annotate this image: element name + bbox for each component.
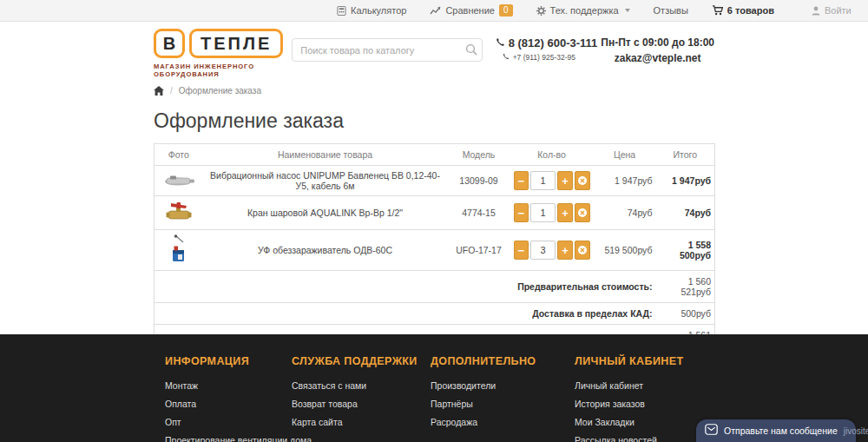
cart-row-pump: Вибрационный насос UNIPUMP Бавленец БВ 0… xyxy=(155,166,715,196)
chat-widget[interactable]: Отправьте нам сообщение jivosite xyxy=(696,419,856,442)
col-price: Цена xyxy=(594,144,656,166)
topbar-calculator-label: Калькулятор xyxy=(351,5,406,16)
topbar-login-label: Войти xyxy=(825,5,852,16)
cart-row-valve: Кран шаровой AQUALINK Вр-Вр 1/2" 4774-15… xyxy=(155,196,715,230)
qty-input[interactable] xyxy=(530,241,556,260)
qty-increase-button[interactable]: + xyxy=(557,203,573,222)
search-input[interactable] xyxy=(292,38,482,62)
qty-decrease-button[interactable]: − xyxy=(514,203,529,222)
qty-decrease-button[interactable]: − xyxy=(514,241,529,260)
footer-link[interactable]: Оплата xyxy=(165,399,292,409)
cart-icon xyxy=(712,5,723,16)
envelope-icon xyxy=(705,423,718,439)
qty-controls: − + xyxy=(514,203,590,222)
compare-count-badge: 0 xyxy=(499,4,513,16)
footer-link[interactable]: Личный кабинет xyxy=(575,380,714,391)
footer-link[interactable]: Карта сайта xyxy=(292,417,431,427)
summary-value: 500руб xyxy=(656,303,715,325)
logo-word: ТЕПЛЕ xyxy=(189,29,283,58)
footer-heading: ДОПОЛНИТЕЛЬНО xyxy=(431,355,575,367)
col-model: Модель xyxy=(448,144,510,166)
summary-row-subtotal: Предварительная стоимость: 1 560 521руб xyxy=(155,271,715,303)
topbar-compare[interactable]: Сравнение 0 xyxy=(430,4,512,16)
footer-link[interactable]: Производители xyxy=(431,380,575,391)
calculator-icon xyxy=(337,6,346,16)
chat-message: Отправьте нам сообщение xyxy=(724,426,838,436)
product-photo-pump[interactable] xyxy=(161,179,196,189)
product-photo-valve[interactable] xyxy=(166,214,192,225)
chevron-down-icon xyxy=(625,9,630,12)
footer-link[interactable]: Партнёры xyxy=(431,399,575,409)
remove-item-button[interactable] xyxy=(575,171,590,190)
product-name-link[interactable]: Вибрационный насос UNIPUMP Бавленец БВ 0… xyxy=(210,170,440,191)
footer-col-information: ИНФОРМАЦИЯ Монтаж Оплата Опт Проектирова… xyxy=(165,355,292,442)
email-link[interactable]: zakaz@vteple.net xyxy=(601,52,714,64)
working-hours: Пн-Пт с 09:00 до 18:00 xyxy=(601,36,714,49)
product-price: 519 500руб xyxy=(594,230,656,271)
product-photo-uv[interactable] xyxy=(169,255,188,266)
qty-increase-button[interactable]: + xyxy=(557,241,573,260)
topbar-support[interactable]: Тех. поддержка xyxy=(536,5,630,16)
summary-value: 1 560 521руб xyxy=(656,271,715,303)
footer-link[interactable]: Рассылка новостей xyxy=(575,435,714,442)
topbar-support-label: Тех. поддержка xyxy=(550,5,619,16)
topbar-cart[interactable]: 6 товаров xyxy=(712,5,774,16)
topbar-reviews-label: Отзывы xyxy=(654,5,688,16)
search-icon[interactable] xyxy=(465,43,477,59)
gear-icon xyxy=(536,6,546,16)
topbar-cart-label: 6 товаров xyxy=(727,5,774,16)
product-total: 1 947руб xyxy=(656,166,715,196)
logo-tagline: МАГАЗИН ИНЖЕНЕРНОГО ОБОРУДОВАНИЯ xyxy=(154,63,283,78)
compare-icon xyxy=(430,6,441,16)
cart-table: Фото Наименование товара Модель Кол-во Ц… xyxy=(154,143,715,357)
qty-input[interactable] xyxy=(530,203,556,222)
topbar-login[interactable]: Войти xyxy=(812,5,852,16)
qty-decrease-button[interactable]: − xyxy=(514,171,529,190)
breadcrumb-current: Оформление заказа xyxy=(179,86,261,96)
footer-link[interactable]: Монтаж xyxy=(165,380,292,391)
col-total: Итого xyxy=(656,144,715,166)
footer-link[interactable]: Мои Закладки xyxy=(575,417,714,427)
topbar-reviews[interactable]: Отзывы xyxy=(654,5,688,16)
breadcrumb: / Оформление заказа xyxy=(154,86,714,96)
col-name: Наименование товара xyxy=(203,144,448,166)
footer-heading: ЛИЧНЫЙ КАБИНЕТ xyxy=(575,355,714,367)
footer-col-extra: ДОПОЛНИТЕЛЬНО Производители Партнёры Рас… xyxy=(431,355,575,442)
phone-alt-number[interactable]: +7 (911) 925-32-95 xyxy=(513,53,575,62)
logo[interactable]: В ТЕПЛЕ МАГАЗИН ИНЖЕНЕРНОГО ОБОРУДОВАНИЯ xyxy=(154,29,283,78)
topbar-calculator[interactable]: Калькулятор xyxy=(337,5,406,16)
product-model: UFO-17-17 xyxy=(448,230,510,271)
phone-main-number[interactable]: 8 (812) 600-3-111 xyxy=(509,36,598,49)
footer-link[interactable]: Расродажа xyxy=(431,417,575,427)
product-name-link[interactable]: УФ обеззараживатель ОДВ-60С xyxy=(258,245,392,255)
qty-input[interactable] xyxy=(530,171,556,190)
topbar: Калькулятор Сравнение 0 Тех. поддержка О… xyxy=(0,0,868,22)
footer-link[interactable]: Проектирование вентиляции дома xyxy=(165,435,292,442)
col-photo: Фото xyxy=(155,144,203,166)
product-price: 1 947руб xyxy=(594,166,656,196)
summary-label: Доставка в пределах КАД: xyxy=(155,303,656,325)
product-total: 74руб xyxy=(656,196,715,230)
hours-block: Пн-Пт с 09:00 до 18:00 zakaz@vteple.net xyxy=(601,36,714,64)
footer-heading: СЛУЖБА ПОДДЕРЖКИ xyxy=(292,355,431,367)
remove-item-button[interactable] xyxy=(575,241,590,260)
logo-letter: В xyxy=(154,29,185,58)
footer-link[interactable]: Опт xyxy=(165,417,292,427)
qty-controls: − + xyxy=(514,241,590,260)
remove-item-button[interactable] xyxy=(575,203,590,222)
qty-controls: − + xyxy=(514,171,590,190)
footer-link[interactable]: Связаться с нами xyxy=(292,380,431,391)
footer-link[interactable]: Возврат товара xyxy=(292,399,431,409)
user-icon xyxy=(812,6,820,16)
footer-heading: ИНФОРМАЦИЯ xyxy=(165,355,292,367)
product-name-link[interactable]: Кран шаровой AQUALINK Вр-Вр 1/2" xyxy=(247,208,403,218)
qty-increase-button[interactable]: + xyxy=(557,171,573,190)
phone-icon-small xyxy=(503,53,510,62)
home-icon[interactable] xyxy=(154,86,164,96)
cart-header-row: Фото Наименование товара Модель Кол-во Ц… xyxy=(155,144,715,166)
chat-brand: jivosite xyxy=(844,426,868,436)
footer-col-account: ЛИЧНЫЙ КАБИНЕТ Личный кабинет История за… xyxy=(575,355,714,442)
footer-col-support: СЛУЖБА ПОДДЕРЖКИ Связаться с нами Возвра… xyxy=(292,355,431,442)
product-model: 4774-15 xyxy=(448,196,510,230)
footer-link[interactable]: История заказов xyxy=(575,399,714,409)
